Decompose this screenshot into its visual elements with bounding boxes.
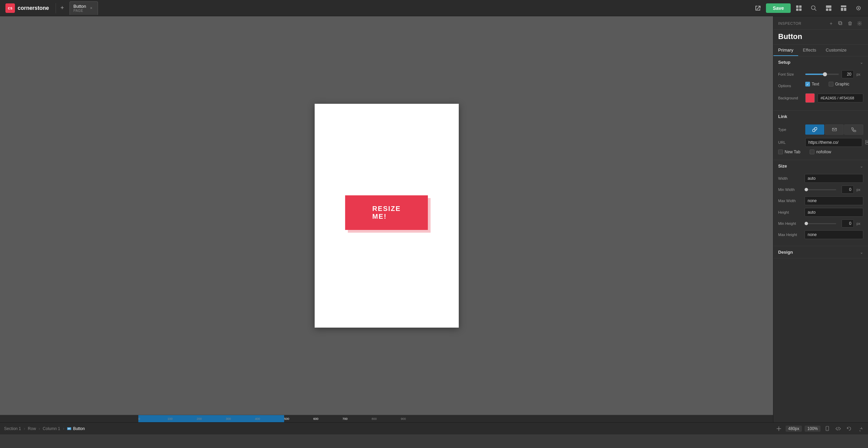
color-value[interactable]: #EA2A55 / #F54168 [817,94,863,102]
layout-button[interactable] [837,1,850,15]
max-height-row: Max Height none [778,230,863,239]
ruler-400: 400 [255,417,284,421]
tab-info: Button PAGE [73,4,86,13]
topbar-right: Save [751,1,868,15]
svg-rect-11 [839,22,842,25]
width-value[interactable]: auto [805,174,863,183]
min-width-label: Min Width [778,188,802,192]
add-tab-button[interactable]: + [57,3,67,13]
save-button[interactable]: Save [766,3,791,13]
svg-rect-8 [841,5,846,7]
tab-primary[interactable]: Primary [773,45,798,56]
new-tab-option[interactable]: New Tab [778,150,800,154]
min-height-label: Min Height [778,221,802,226]
breadcrumb-sep-3: › [63,426,64,431]
svg-rect-12 [839,21,841,24]
app-logo: cs cornerstone [0,3,54,13]
redo-button[interactable] [856,425,864,433]
link-type-email-button[interactable] [825,124,844,135]
size-section: Size ⌄ Width auto Min Width [773,160,868,246]
tab-close-button[interactable]: × [88,5,94,11]
design-title: Design [778,250,793,255]
link-type-phone-button[interactable] [844,124,863,135]
search-button[interactable] [807,1,821,15]
topbar-divider [56,3,56,13]
right-panel: Inspector + [773,16,868,422]
bottom-bar: Section 1 › Row › Column 1 › Button 480p… [0,422,868,434]
active-tab[interactable]: Button PAGE × [70,1,98,15]
svg-rect-2 [796,8,798,11]
button-element[interactable]: RESIZE ME! [345,195,428,230]
blocks-button[interactable] [822,1,835,15]
url-input[interactable] [805,138,862,147]
topbar: cs cornerstone + Button PAGE × Save [0,0,868,16]
setup-section-header[interactable]: Setup ⌄ [773,56,868,68]
slider-thumb[interactable] [823,72,827,76]
tab-title: Button [73,4,86,9]
breadcrumb-column[interactable]: Column 1 [43,426,60,431]
size-section-header[interactable]: Size ⌄ [773,160,868,172]
svg-rect-15 [67,427,71,430]
size-title: Size [778,163,787,169]
ruler-0: 0 [138,417,167,421]
font-size-input[interactable] [842,70,854,78]
options-row: Options ✓ Text Graphic [778,82,863,90]
breadcrumb-section[interactable]: Section 1 [4,426,21,431]
min-width-input[interactable] [842,186,854,194]
url-label: URL [778,140,803,144]
option-graphic[interactable]: Graphic [829,82,849,86]
canvas-container[interactable]: RESIZE ME! [0,16,773,415]
min-width-slider[interactable] [805,189,836,190]
ruler-600: 600 [313,417,342,421]
height-row: Height auto [778,208,863,217]
min-height-input[interactable] [842,219,854,228]
font-size-slider[interactable] [805,74,839,75]
slider-track [805,74,839,75]
grid-icon-button[interactable] [792,1,806,15]
code-view-button[interactable] [834,425,842,433]
resize-handle-button[interactable] [775,425,783,433]
min-height-thumb[interactable] [805,222,808,225]
ruler-700: 700 [342,417,372,421]
responsive-mobile-button[interactable] [823,425,831,433]
url-clear-button[interactable] [865,140,868,145]
settings-button[interactable] [852,1,865,15]
min-width-thumb[interactable] [805,188,808,191]
ruler-500: 500 [284,417,313,421]
design-section-header[interactable]: Design ⌄ [773,246,868,258]
breadcrumb-row[interactable]: Row [28,426,36,431]
min-height-slider[interactable] [805,223,836,224]
max-width-label: Max Width [778,199,802,203]
nofollow-option[interactable]: nofollow [810,150,831,154]
inspector-label: Inspector [778,21,801,25]
max-width-value[interactable]: none [805,196,863,205]
width-display: 480px [786,426,802,432]
option-graphic-label: Graphic [835,82,849,86]
zoom-display[interactable]: 100% [805,426,821,432]
inspector-add-button[interactable]: + [827,20,835,27]
ruler-numbers: 0 100 200 300 400 500 600 700 800 900 [0,415,773,422]
max-height-value[interactable]: none [805,230,863,239]
color-swatch[interactable] [805,93,815,103]
min-width-row: Min Width px [778,186,863,194]
inspector-trash-button[interactable] [846,20,854,27]
setup-chevron-icon: ⌄ [860,60,863,65]
undo-button[interactable] [845,425,853,433]
external-link-button[interactable] [751,1,765,15]
height-value[interactable]: auto [805,208,863,217]
inspector-copy-button[interactable] [837,20,844,27]
option-text[interactable]: ✓ Text [805,82,819,86]
logo-text: cornerstone [18,5,49,11]
tab-customize[interactable]: Customize [821,45,851,56]
tab-effects[interactable]: Effects [798,45,821,56]
setup-section: Setup ⌄ Font Size px [773,56,868,111]
inspector-gear-button[interactable] [856,20,863,27]
breadcrumb-sep-1: › [24,426,25,431]
svg-rect-6 [826,8,828,11]
bottom-right: 480px 100% [775,425,864,433]
setup-content: Font Size px Options ✓ [773,68,868,110]
link-type-url-button[interactable] [805,124,824,135]
min-width-unit: px [856,188,863,192]
setup-title: Setup [778,60,790,65]
url-row: URL [778,138,863,147]
